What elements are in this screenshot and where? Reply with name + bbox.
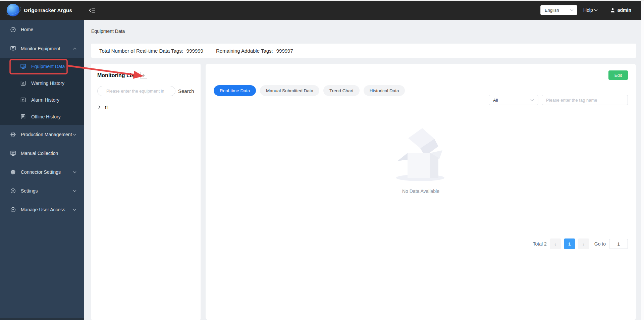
chevron-down-icon — [73, 171, 76, 173]
equipment-data-icon — [20, 63, 26, 69]
chevron-down-icon — [594, 9, 598, 11]
topbar-right: English Help admin — [540, 5, 644, 15]
empty-state: No Data Available — [391, 127, 451, 194]
sidebar-item-label: Settings — [21, 188, 38, 194]
tab-realtime-data[interactable]: Real-time Data — [214, 85, 256, 96]
chevron-down-icon — [73, 209, 76, 211]
app-logo-icon — [7, 4, 19, 16]
pagination: Total 2 ‹ 1 › Go to — [533, 238, 628, 249]
pagination-total: Total 2 — [533, 241, 547, 247]
total-tags-label: Total Number of Real-time Data Tags: — [99, 48, 183, 54]
chevron-down-icon — [73, 190, 76, 192]
chip-icon — [10, 169, 16, 175]
circle-dot-icon — [10, 207, 16, 213]
menu-fold-icon — [89, 7, 96, 13]
sidebar-item-label: Equipment Data — [31, 64, 65, 69]
sidebar-bottom-strip — [0, 318, 84, 320]
chevron-down-icon — [570, 9, 574, 11]
sidebar-item-label: Manage User Access — [21, 207, 65, 212]
sidebar-item-label: Offline History — [31, 114, 61, 119]
dashboard-icon — [10, 26, 16, 33]
scrollbar-track[interactable] — [641, 0, 644, 320]
chevron-right-icon — [98, 105, 101, 109]
empty-box-illustration — [391, 127, 451, 184]
previous-page-button[interactable]: ‹ — [550, 238, 561, 249]
sidebar-item-monitor-equipment[interactable]: Monitor Equipment — [0, 39, 84, 58]
tag-type-value: All — [493, 98, 498, 103]
username: admin — [618, 7, 631, 13]
sidebar: Home Monitor Equipment Equipment Data — [0, 20, 84, 320]
monitor-document-icon — [10, 150, 16, 156]
divider — [604, 7, 604, 13]
search-button[interactable]: Search — [178, 88, 194, 94]
language-value: English — [545, 8, 559, 13]
tag-type-select[interactable]: All — [489, 95, 538, 105]
sidebar-item-connector-settings[interactable]: Connector Settings — [0, 163, 84, 181]
chevron-up-icon — [73, 48, 76, 50]
goto-label: Go to — [594, 241, 606, 247]
page-1-button[interactable]: 1 — [564, 238, 575, 249]
sidebar-item-label: Production Management — [21, 132, 72, 137]
user-icon — [610, 8, 615, 13]
remaining-tags-value: 999997 — [276, 48, 293, 54]
empty-state-text: No Data Available — [391, 189, 451, 194]
sidebar-item-label: Connector Settings — [21, 169, 61, 175]
tab-manual-submitted-data[interactable]: Manual Submitted Data — [260, 85, 319, 96]
logbook-icon — [20, 114, 26, 120]
sidebar-item-offline-history[interactable]: Offline History — [0, 108, 84, 125]
sidebar-item-home[interactable]: Home — [0, 20, 84, 39]
data-tabs: Real-time Data Manual Submitted Data Tre… — [214, 85, 405, 96]
sidebar-item-manual-collection[interactable]: Manual Collection — [0, 144, 84, 163]
sidebar-item-production-management[interactable]: Production Management — [0, 125, 84, 144]
monitoring-list-panel: Monitoring List + Search t1 — [91, 64, 201, 320]
top-edge-line — [0, 0, 644, 1]
tree-item-label: t1 — [105, 104, 109, 110]
circle-dot-icon — [10, 188, 16, 194]
sidebar-item-label: Manual Collection — [21, 151, 58, 156]
tag-name-input[interactable] — [542, 95, 628, 105]
sidebar-item-manage-user-access[interactable]: Manage User Access — [0, 200, 84, 219]
help-menu[interactable]: Help — [583, 7, 598, 13]
monitor-camera-icon — [10, 46, 16, 52]
language-select[interactable]: English — [540, 5, 577, 15]
warning-icon — [20, 80, 26, 86]
sidebar-item-label: Warning History — [31, 81, 64, 86]
edit-button[interactable]: Edit — [608, 70, 628, 80]
chevron-down-icon — [73, 134, 76, 136]
tab-trend-chart[interactable]: Trend Chart — [323, 85, 360, 96]
sidebar-item-equipment-data[interactable]: Equipment Data — [0, 58, 84, 75]
monitoring-list-title: Monitoring List — [97, 72, 136, 78]
page: OrigoTracker Argus English Help — [0, 0, 644, 320]
app-title: OrigoTracker Argus — [24, 7, 72, 13]
stats-bar: Total Number of Real-time Data Tags: 999… — [91, 44, 636, 58]
equipment-search-input[interactable] — [97, 86, 175, 96]
goto-page-input[interactable] — [609, 239, 628, 249]
add-equipment-button[interactable]: + — [140, 72, 147, 79]
next-page-button[interactable]: › — [578, 238, 589, 249]
top-bar: OrigoTracker Argus English Help — [0, 0, 644, 20]
content-area: Equipment Data Total Number of Real-time… — [84, 20, 644, 320]
sidebar-item-settings[interactable]: Settings — [0, 181, 84, 200]
sidebar-item-warning-history[interactable]: Warning History — [0, 75, 84, 92]
sidebar-item-label: Monitor Equipment — [21, 46, 60, 51]
sidebar-collapse-button[interactable] — [89, 7, 96, 13]
total-tags-value: 999999 — [186, 48, 203, 54]
user-menu[interactable]: admin — [610, 7, 631, 13]
remaining-tags-label: Remaining Addable Tags: — [216, 48, 273, 54]
tab-historical-data[interactable]: Historical Data — [364, 85, 405, 96]
alarm-bell-icon — [20, 97, 26, 103]
sidebar-item-alarm-history[interactable]: Alarm History — [0, 92, 84, 108]
tree-item-t1[interactable]: t1 — [97, 104, 195, 110]
breadcrumb: Equipment Data — [91, 29, 125, 34]
help-label: Help — [583, 7, 593, 13]
filter-row: All — [489, 95, 628, 105]
equipment-data-panel: Edit Real-time Data Manual Submitted Dat… — [206, 64, 636, 320]
sidebar-item-label: Home — [21, 27, 33, 32]
sidebar-item-label: Alarm History — [31, 97, 59, 103]
chevron-down-icon — [530, 99, 534, 101]
monitor-equipment-submenu: Equipment Data Warning History Alarm His… — [0, 58, 84, 125]
gear-icon — [10, 131, 16, 138]
